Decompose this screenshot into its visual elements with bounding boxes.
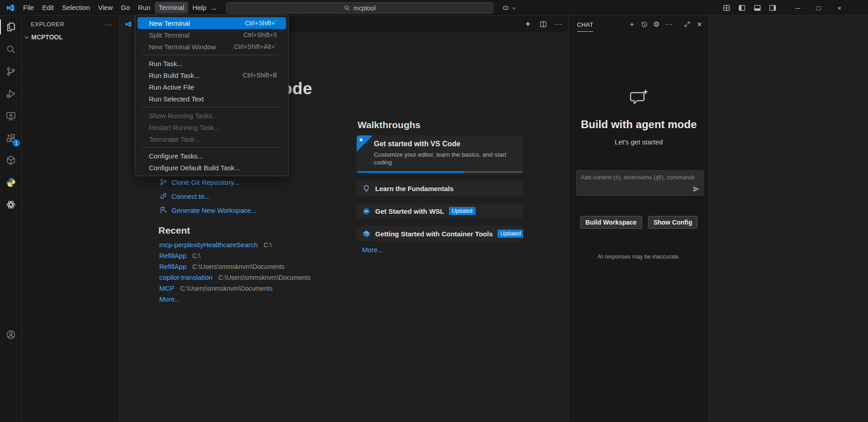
- minimize-button[interactable]: ─: [787, 0, 808, 15]
- chat-welcome: Build with agent mode Let's get started: [569, 88, 709, 146]
- menu-run[interactable]: Run: [134, 2, 155, 14]
- start-links: Clone Git Repository... Connect to... Ge…: [159, 178, 257, 214]
- recent-name[interactable]: RefillApp: [159, 263, 186, 270]
- walkthrough-get-started[interactable]: ★ Get started with VS Code Customize you…: [357, 135, 523, 173]
- clone-git-repository-link[interactable]: Clone Git Repository...: [159, 178, 257, 186]
- chat-agent-icon: [629, 88, 649, 109]
- recent-name[interactable]: mcp-perplexityHealthcareSearch: [159, 241, 258, 249]
- search-value: mcptool: [353, 5, 376, 12]
- vscode-window: File Edit Selection View Go Run Terminal…: [0, 0, 868, 422]
- walkthrough-wsl[interactable]: Get Started with WSL Updated: [357, 203, 523, 219]
- activitybar-python[interactable]: [0, 171, 22, 193]
- activitybar-search[interactable]: [0, 38, 22, 60]
- menu-item-terminate-task: Terminate Task...: [138, 133, 286, 145]
- menu-item-run-build-task[interactable]: Run Build Task... Ctrl+Shift+B: [138, 69, 286, 81]
- recent-path: C:\: [264, 241, 272, 249]
- toggle-panel-icon[interactable]: [751, 2, 763, 14]
- chat-close-icon[interactable]: ×: [695, 19, 704, 29]
- build-workspace-button[interactable]: Build Workspace: [580, 216, 642, 229]
- menu-item-run-task[interactable]: Run Task...: [138, 58, 286, 69]
- customize-layout-icon[interactable]: [720, 2, 732, 14]
- plug-icon: [159, 192, 167, 200]
- menu-item-configure-tasks[interactable]: Configure Tasks...: [138, 150, 286, 162]
- openai-icon: [5, 199, 16, 210]
- menu-go[interactable]: Go: [117, 2, 134, 14]
- copilot-sparkle-icon[interactable]: [522, 19, 533, 30]
- chat-more-actions-icon[interactable]: ···: [664, 19, 673, 29]
- explorer-more-actions-icon[interactable]: ···: [105, 23, 113, 26]
- menu-selection[interactable]: Selection: [58, 2, 94, 14]
- toggle-secondary-sidebar-icon[interactable]: [767, 2, 778, 14]
- toggle-primary-sidebar-icon[interactable]: [736, 2, 748, 14]
- menu-item-new-terminal-window[interactable]: New Terminal Window Ctrl+Shift+Alt+`: [138, 41, 286, 53]
- menu-item-configure-default-build-task[interactable]: Configure Default Build Task...: [138, 162, 286, 173]
- connect-to-link[interactable]: Connect to...: [159, 192, 257, 200]
- search-icon: [5, 44, 16, 55]
- chat-expand-icon[interactable]: [682, 19, 692, 29]
- walkthrough-title: Getting Started with Container Tools: [375, 230, 493, 238]
- activitybar-explorer[interactable]: [0, 16, 22, 38]
- editor-more-actions-icon[interactable]: ···: [553, 19, 564, 30]
- menu-item-label: Configure Default Build Task...: [149, 164, 240, 172]
- search-box[interactable]: mcptool: [226, 2, 493, 14]
- forward-icon[interactable]: →: [208, 2, 219, 14]
- activitybar-remote-explorer[interactable]: [0, 105, 22, 127]
- activitybar-openai[interactable]: [0, 193, 22, 216]
- generate-new-workspace-link[interactable]: Generate New Workspace...: [159, 206, 257, 214]
- menu-view[interactable]: View: [94, 2, 117, 14]
- menu-edit[interactable]: Edit: [38, 2, 58, 14]
- activitybar-source-control[interactable]: [0, 60, 22, 82]
- restore-button[interactable]: □: [808, 0, 829, 15]
- walkthrough-title: Get Started with WSL: [375, 207, 444, 215]
- wsl-icon: [362, 207, 371, 216]
- new-chat-icon[interactable]: +: [627, 19, 637, 29]
- walkthrough-progress-fill: [357, 171, 465, 173]
- recent-item[interactable]: RefillApp C:\: [159, 252, 310, 259]
- chat-settings-gear-icon[interactable]: ⚙: [652, 19, 661, 29]
- menu-item-run-active-file[interactable]: Run Active File: [138, 81, 286, 93]
- recent-item[interactable]: MCP C:\Users\smmsknvm\Documents: [159, 284, 310, 292]
- editor-actions: ···: [522, 16, 564, 33]
- close-button[interactable]: ×: [829, 0, 850, 15]
- recent-name[interactable]: RefillApp: [159, 252, 186, 259]
- recent-name[interactable]: MCP: [159, 284, 174, 292]
- menu-file[interactable]: File: [19, 2, 38, 14]
- chat-input[interactable]: [581, 174, 695, 192]
- menu-item-new-terminal[interactable]: New Terminal Ctrl+Shift+`: [138, 17, 286, 29]
- chat-header: CHAT + ⚙ ··· ×: [569, 16, 709, 33]
- chat-history-icon[interactable]: [639, 19, 649, 29]
- split-editor-icon[interactable]: [538, 19, 548, 30]
- activitybar-containers[interactable]: [0, 149, 22, 171]
- chat-tab[interactable]: CHAT: [577, 17, 593, 32]
- recent-item[interactable]: mcp-perplexityHealthcareSearch C:\: [159, 241, 310, 249]
- menu-item-split-terminal[interactable]: Split Terminal Ctrl+Shift+5: [138, 29, 286, 41]
- recent-name[interactable]: copilot-translation: [159, 273, 213, 281]
- walkthrough-fundamentals[interactable]: Learn the Fundamentals: [357, 181, 523, 196]
- workspace-folder-row[interactable]: MCPTOOL: [22, 31, 119, 43]
- send-icon[interactable]: [692, 185, 700, 193]
- menu-item-label: Split Terminal: [149, 31, 190, 39]
- walkthrough-description: Customize your editor, learn the basics,…: [374, 151, 510, 166]
- menu-terminal[interactable]: Terminal: [155, 2, 189, 14]
- recent-more-link[interactable]: More...: [159, 295, 310, 303]
- recent-path: C:\Users\smmsknvm\Documents: [219, 274, 311, 281]
- show-config-button[interactable]: Show Config: [648, 216, 698, 229]
- copilot-button[interactable]: [499, 3, 517, 13]
- start-link-label: Clone Git Repository...: [172, 178, 239, 186]
- activitybar-extensions[interactable]: 1: [0, 127, 22, 149]
- walkthroughs-more-link[interactable]: More...: [362, 246, 383, 254]
- recent-item[interactable]: copilot-translation C:\Users\smmsknvm\Do…: [159, 273, 310, 281]
- git-branch-icon: [159, 178, 167, 186]
- menu-item-label: Run Active File: [149, 83, 194, 91]
- walkthrough-container-tools[interactable]: Getting Started with Container Tools Upd…: [357, 226, 523, 241]
- menu-item-run-selected-text[interactable]: Run Selected Text: [138, 93, 286, 105]
- activitybar-run-debug[interactable]: [0, 82, 22, 105]
- back-icon[interactable]: ←: [196, 2, 208, 14]
- menu-item-label: Run Selected Text: [149, 95, 204, 103]
- activitybar-account[interactable]: [0, 323, 22, 345]
- files-icon: [5, 22, 16, 33]
- source-control-icon: [5, 66, 16, 77]
- chat-disclaimer: AI responses may be inaccurate.: [569, 254, 709, 260]
- recent-item[interactable]: RefillApp C:\Users\smmsknvm\Documents: [159, 263, 310, 270]
- chat-input-box[interactable]: [576, 170, 704, 196]
